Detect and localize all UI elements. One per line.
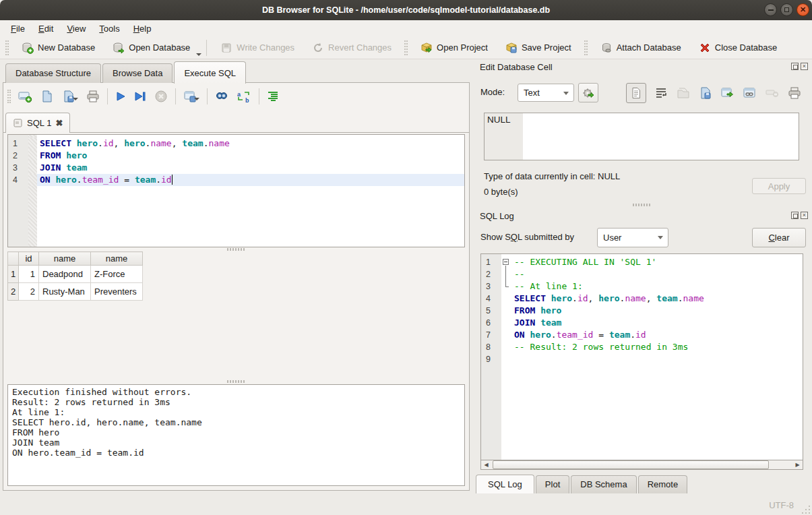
- new-sql-tab-icon[interactable]: [18, 90, 32, 103]
- open-database-button[interactable]: Open Database: [104, 38, 199, 57]
- sql-doc-tab[interactable]: SQL 1 ✖: [5, 113, 70, 133]
- execute-sql-pane: Database StructureBrowse DataExecute SQL…: [0, 59, 473, 493]
- column-header[interactable]: name: [39, 252, 91, 266]
- open-project-button[interactable]: Open Project: [412, 38, 497, 57]
- title-bar[interactable]: DB Browser for SQLite - /home/user/code/…: [0, 0, 812, 20]
- cell-editor[interactable]: NULL: [484, 113, 799, 160]
- apply-button[interactable]: Apply: [752, 178, 806, 194]
- chevron-down-icon: [658, 236, 663, 239]
- resize-grip[interactable]: [802, 505, 811, 514]
- cell-editor-margin: NULL: [485, 113, 523, 160]
- new-database-button[interactable]: New Database: [13, 38, 104, 57]
- dock-tab-plot[interactable]: Plot: [536, 475, 569, 493]
- float-dock-icon[interactable]: [791, 63, 799, 70]
- find-icon[interactable]: [215, 90, 228, 102]
- execute-line-icon[interactable]: [134, 91, 146, 102]
- dock-tab-sql-log[interactable]: SQL Log: [476, 475, 534, 493]
- table-cell[interactable]: Z-Force: [91, 266, 143, 283]
- table-row[interactable]: 22Rusty-ManPreventers: [8, 283, 143, 301]
- sql-doc-tab-bar: SQL 1 ✖: [3, 110, 469, 133]
- table-cell[interactable]: Rusty-Man: [39, 283, 91, 301]
- float-dock-icon[interactable]: [791, 212, 799, 219]
- save-cell-as-icon[interactable]: [697, 85, 713, 101]
- tab-database-structure[interactable]: Database Structure: [5, 63, 101, 83]
- maximize-button[interactable]: [780, 3, 793, 16]
- new-database-icon: [22, 42, 34, 54]
- table-row[interactable]: 11DeadpondZ-Force: [8, 266, 143, 283]
- table-cell[interactable]: 1: [19, 266, 39, 283]
- sql-log-view[interactable]: 1-- EXECUTING ALL IN 'SQL 1'2--3-- At li…: [480, 253, 803, 460]
- row-number-header[interactable]: [8, 252, 19, 266]
- open-project-icon: [420, 42, 433, 54]
- execute-sql-icon[interactable]: [115, 91, 126, 102]
- open-database-dropdown[interactable]: [196, 53, 201, 56]
- dock-tab-remote[interactable]: Remote: [638, 475, 688, 493]
- link-cell-icon[interactable]: [742, 85, 757, 101]
- cell-type-info: Type of data currently in cell: NULL: [484, 171, 620, 181]
- code-line: 8-- Result: 2 rows returned in 3ms: [481, 341, 803, 353]
- cell-size-info: 0 byte(s): [484, 187, 518, 197]
- sql-log-hscrollbar[interactable]: ◀ ▶: [480, 460, 803, 470]
- sql-log-title: SQL Log: [480, 211, 514, 221]
- import-cell-button[interactable]: [578, 83, 598, 102]
- tab-browse-data[interactable]: Browse Data: [102, 63, 173, 83]
- menu-file[interactable]: File: [4, 22, 32, 36]
- splitter-cell-log[interactable]: [475, 202, 809, 207]
- code-line: 5FROM hero: [481, 305, 803, 317]
- table-cell[interactable]: Preventers: [91, 283, 143, 301]
- mode-combo[interactable]: Text: [518, 84, 574, 102]
- menu-help[interactable]: Help: [127, 22, 158, 36]
- column-header[interactable]: name: [91, 252, 143, 266]
- open-in-cell-icon[interactable]: [675, 85, 691, 101]
- window-title: DB Browser for SQLite - /home/user/code/…: [262, 5, 550, 15]
- scroll-left-icon[interactable]: ◀: [481, 460, 491, 469]
- scrollbar-thumb[interactable]: [493, 460, 769, 469]
- close-button[interactable]: ✕: [797, 3, 809, 16]
- word-wrap-icon[interactable]: [653, 85, 668, 101]
- close-dock-icon[interactable]: ×: [801, 63, 808, 70]
- stop-icon[interactable]: [154, 90, 168, 103]
- toolbar-drag-handle[interactable]: [404, 40, 408, 55]
- open-sql-file-icon[interactable]: [40, 90, 54, 103]
- menu-tools[interactable]: Tools: [92, 22, 126, 36]
- export-cell-icon[interactable]: [720, 85, 735, 101]
- svg-text:a: a: [237, 91, 241, 98]
- table-cell[interactable]: Deadpond: [39, 266, 91, 283]
- scroll-right-icon[interactable]: ▶: [792, 460, 803, 469]
- column-header[interactable]: id: [19, 252, 39, 266]
- minimize-button[interactable]: [764, 3, 777, 16]
- clear-log-button[interactable]: Clear: [752, 228, 806, 247]
- main-tab-bar: Database StructureBrowse DataExecute SQL: [5, 61, 247, 83]
- toolbar-drag-handle[interactable]: [5, 40, 9, 55]
- splitter-results-output[interactable]: [7, 379, 465, 384]
- toolbar-drag-handle[interactable]: [584, 40, 588, 55]
- tab-execute-sql[interactable]: Execute SQL: [174, 61, 246, 84]
- menu-edit[interactable]: Edit: [32, 22, 60, 36]
- sql-toolbar: ab: [3, 83, 469, 110]
- print-icon[interactable]: [86, 90, 100, 103]
- print-cell-icon[interactable]: [786, 85, 802, 101]
- close-dock-icon[interactable]: ×: [801, 212, 808, 219]
- revert-changes-button[interactable]: Revert Changes: [303, 38, 400, 57]
- save-project-button[interactable]: Save Project: [497, 38, 580, 57]
- close-database-button[interactable]: Close Database: [690, 38, 786, 57]
- remove-cell-icon[interactable]: [764, 85, 780, 101]
- dock-tab-db-schema[interactable]: DB Schema: [571, 475, 636, 493]
- write-changes-button[interactable]: Write Changes: [212, 38, 303, 57]
- format-sql-icon[interactable]: [267, 91, 279, 102]
- toolbar-drag-handle[interactable]: [7, 90, 11, 103]
- menu-view[interactable]: View: [60, 22, 92, 36]
- execution-output[interactable]: Execution finished without errors. Resul…: [7, 384, 465, 486]
- table-cell[interactable]: 2: [19, 283, 39, 301]
- find-replace-icon[interactable]: ab: [237, 90, 251, 103]
- text-mode-icon[interactable]: [626, 83, 646, 103]
- save-sql-file-icon[interactable]: [62, 90, 78, 103]
- export-results-icon[interactable]: [183, 90, 199, 103]
- svg-text:b: b: [245, 97, 249, 103]
- splitter-editor-results[interactable]: [7, 247, 465, 251]
- sql-log-filter-combo[interactable]: User: [597, 228, 668, 247]
- sql-editor[interactable]: 1SELECT hero.id, hero.name, team.name2FR…: [7, 134, 465, 247]
- show-sql-label: Show SQL submitted by: [480, 232, 574, 242]
- attach-database-button[interactable]: Attach Database: [592, 38, 690, 57]
- close-sql-tab-icon[interactable]: ✖: [55, 118, 63, 128]
